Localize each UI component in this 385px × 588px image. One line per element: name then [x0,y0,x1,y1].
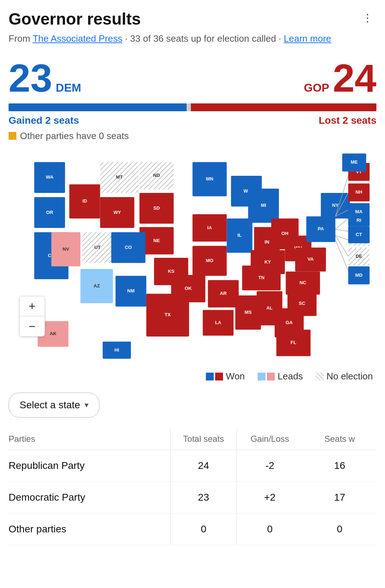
legend-leads: Leads [258,371,303,382]
state-PA[interactable] [306,216,335,242]
state-FL[interactable] [276,329,310,356]
state-SD[interactable] [140,193,174,223]
state-NH[interactable] [348,183,370,201]
table-header-row: Parties Total seats Gain/Loss Seats w [9,428,376,450]
col-header-gain: Gain/Loss [237,428,303,450]
state-MT[interactable] [100,162,139,193]
cell-total-0: 24 [171,450,237,482]
legend-won: Won [206,371,245,382]
cell-seats-2: 0 [303,513,376,545]
state-CO[interactable] [111,232,146,263]
dem-label: DEM [56,81,81,94]
state-AZ[interactable] [80,269,113,303]
gop-label: GOP [304,81,329,94]
learn-more-link[interactable]: Learn more [284,33,331,44]
state-ME[interactable] [342,153,366,171]
results-table: Parties Total seats Gain/Loss Seats w Re… [9,428,376,545]
state-ID[interactable] [69,184,100,218]
table-row: Other parties 0 0 0 [9,513,376,545]
state-MI[interactable] [248,188,279,223]
more-icon[interactable]: ⋮ [359,10,376,25]
table-row: Republican Party 24 -2 16 [9,450,376,482]
ap-link[interactable]: The Associated Press [32,33,122,44]
us-map: WA OR CA ID MT NV WY [9,150,376,364]
cell-party-1: Democratic Party [9,482,171,513]
gop-number: 24 [333,58,376,98]
table-body: Republican Party 24 -2 16 Democratic Par… [9,450,376,545]
legend-no-election: No election [316,371,373,382]
legend-row: Won Leads No election [9,371,376,382]
state-RI2 [348,215,370,226]
select-state-label: Select a state [20,399,80,411]
state-VA[interactable] [295,247,326,271]
state-HI[interactable] [103,342,131,359]
legend-won-dem-icon [206,373,214,380]
zoom-out-button[interactable]: − [20,316,45,336]
state-WY[interactable] [100,197,135,227]
subtitle-from: From [9,33,30,44]
dem-score: 23 DEM [9,58,81,98]
select-state-button[interactable]: Select a state ▾ [9,393,100,418]
scores-row: 23 DEM GOP 24 [9,58,376,98]
state-CT2 [348,226,370,243]
cell-party-2: Other parties [9,513,171,545]
col-header-parties: Parties [9,428,171,450]
progress-bar [9,103,376,111]
legend-won-label: Won [226,371,245,382]
state-UT[interactable] [82,232,113,263]
page-title: Governor results [9,10,141,28]
other-parties-row: Other parties have 0 seats [9,131,376,142]
state-IL[interactable] [227,218,252,252]
map-svg-wrapper: WA OR CA ID MT NV WY [9,150,376,365]
col-header-seats: Seats w [303,428,376,450]
page-container: Governor results ⋮ From The Associated P… [0,0,385,559]
state-OR[interactable] [34,197,65,227]
subtitle-detail: · 33 of 36 seats up for election called … [125,33,281,44]
cell-total-1: 23 [171,482,237,513]
state-AR[interactable] [208,280,239,307]
gop-score: GOP 24 [304,58,376,98]
state-ND[interactable] [140,162,174,189]
progress-gap [187,103,191,111]
state-MO[interactable] [193,246,227,276]
state-MN[interactable] [193,162,227,196]
state-IA[interactable] [193,214,227,241]
cell-gain-1: +2 [237,482,303,513]
lost-seats: Lost 2 seats [319,115,376,126]
table-row: Democratic Party 23 +2 17 [9,482,376,513]
connector-line-8 [335,240,348,270]
state-NC[interactable] [286,271,320,295]
legend-won-gop-icon [215,373,223,380]
legend-leads-label: Leads [278,371,303,382]
state-DE[interactable] [348,247,370,265]
legend-no-election-label: No election [326,371,373,382]
state-MD[interactable] [348,266,370,284]
state-NV[interactable] [51,232,81,266]
legend-no-election-icon [316,373,324,380]
cell-total-2: 0 [171,513,237,545]
cell-seats-0: 16 [303,450,376,482]
state-KY[interactable] [251,250,285,274]
legend-leads-pair [258,373,275,380]
state-NY[interactable] [321,193,350,218]
cell-gain-0: -2 [237,450,303,482]
state-WA[interactable] [34,162,65,193]
state-OK[interactable] [171,275,206,302]
zoom-controls: + − [19,296,45,337]
legend-won-pair [206,373,223,380]
chevron-down-icon: ▾ [85,400,88,410]
legend-leads-dem-icon [258,373,265,380]
cell-gain-2: 0 [237,513,303,545]
progress-dem [9,103,187,111]
cell-seats-1: 17 [303,482,376,513]
connector-line-4 [335,218,348,229]
state-LA[interactable] [203,310,233,336]
zoom-in-button[interactable]: + [20,296,45,316]
legend-leads-gop-icon [267,373,275,380]
cell-party-0: Republican Party [9,450,171,482]
gained-seats: Gained 2 seats [9,115,79,126]
state-NM[interactable] [116,276,146,306]
col-header-total: Total seats [171,428,237,450]
gain-loss-row: Gained 2 seats Lost 2 seats [9,115,376,126]
progress-gop [191,103,376,111]
